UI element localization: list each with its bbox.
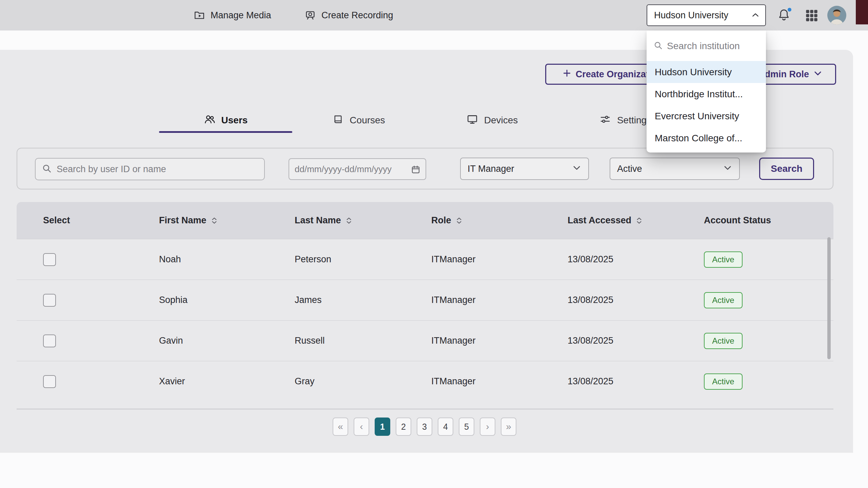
notification-dot [787,7,792,12]
user-search-input[interactable] [57,164,258,175]
chevron-down-icon [723,163,732,175]
cell-first-name: Noah [159,254,295,265]
status-select[interactable]: Active [610,158,740,180]
institution-selector-value: Hudson University [654,10,728,21]
cell-last-name: Peterson [295,254,431,265]
avatar[interactable] [827,6,846,25]
users-icon [204,114,215,127]
table-row: Noah Peterson ITManager 13/08/2025 Activ… [17,239,833,280]
tab-courses-label: Courses [350,115,385,126]
role-select[interactable]: IT Manager [460,158,589,180]
cell-last-accessed: 13/08/2025 [568,295,704,305]
tab-bar: Users Courses Devices [159,108,692,133]
last-page-button[interactable]: » [501,418,516,436]
row-checkbox[interactable] [43,253,56,266]
app-root: Manage Media Create Recording Hudson Uni… [0,0,868,488]
sort-icon[interactable] [345,216,353,225]
institution-option[interactable]: Hudson University [647,61,766,83]
status-select-value: Active [617,164,642,174]
row-checkbox[interactable] [43,294,56,307]
column-account-status: Account Status [704,215,833,226]
column-role: Role [431,215,568,226]
book-icon [333,114,343,127]
manage-media-button[interactable]: Manage Media [194,0,271,30]
pagination: « ‹ 1 2 3 4 5 › » [333,418,516,436]
cell-last-accessed: 13/08/2025 [568,376,704,387]
status-badge: Active [704,251,743,268]
institution-search-input[interactable] [667,41,752,52]
institution-selector[interactable]: Hudson University [647,4,766,26]
institution-options: Hudson University Northbridge Institut..… [647,61,766,149]
user-search-field [35,158,265,180]
page-button-5[interactable]: 5 [459,418,474,436]
calendar-icon[interactable] [411,164,421,176]
table-scrollbar[interactable] [827,237,831,359]
users-table: Select First Name Last Name Role [17,202,833,409]
sort-icon[interactable] [635,216,643,225]
page-button-1[interactable]: 1 [375,418,390,436]
status-badge: Active [704,333,743,349]
tab-devices-label: Devices [484,115,518,126]
search-icon [653,41,663,52]
create-recording-button[interactable]: Create Recording [304,0,393,30]
cell-role: ITManager [431,295,568,305]
chevron-up-icon [751,11,760,20]
status-badge: Active [704,373,743,390]
manage-media-label: Manage Media [211,10,271,21]
row-checkbox[interactable] [43,334,56,347]
sort-icon[interactable] [455,216,463,225]
institution-option[interactable]: Northbridge Institut... [647,83,766,105]
page-button-4[interactable]: 4 [438,418,453,436]
institution-dropdown: Hudson University Northbridge Institut..… [647,30,766,152]
column-last-name-label: Last Name [295,215,341,226]
apps-grid-button[interactable] [806,9,818,23]
tab-courses[interactable]: Courses [292,108,426,133]
column-first-name-label: First Name [159,215,206,226]
column-select: Select [17,215,159,226]
filter-bar: IT Manager Active Search [17,148,833,189]
cell-last-name: James [295,295,431,305]
notifications-button[interactable] [777,8,791,22]
cell-first-name: Xavier [159,376,295,387]
topbar: Manage Media Create Recording Hudson Uni… [0,0,868,30]
create-recording-label: Create Recording [321,10,393,21]
date-range-field [289,158,426,180]
cell-last-accessed: 13/08/2025 [568,336,704,346]
sliders-icon [599,114,611,127]
table-row: Gavin Russell ITManager 13/08/2025 Activ… [17,320,833,361]
cell-first-name: Gavin [159,336,295,346]
institution-option[interactable]: Evercrest University [647,105,766,127]
cell-last-accessed: 13/08/2025 [568,254,704,265]
search-button[interactable]: Search [759,158,814,180]
cell-role: ITManager [431,376,568,387]
grid-icon [806,17,818,23]
tab-users[interactable]: Users [159,108,292,133]
table-row: Xavier Gray ITManager 13/08/2025 Active [17,361,833,402]
folder-play-icon [194,9,205,21]
chevron-down-icon [813,68,823,80]
cell-role: ITManager [431,336,568,346]
institution-search-field [653,36,759,56]
tab-devices[interactable]: Devices [426,108,559,133]
corner-artifact [856,0,868,24]
tab-settings-label: Settings [617,115,651,126]
tab-users-label: Users [221,115,248,126]
monitor-icon [467,114,478,127]
bell-icon [777,17,791,23]
page-button-3[interactable]: 3 [417,418,432,436]
institution-option[interactable]: Marston College of... [647,127,766,149]
search-icon [42,163,52,175]
cell-last-name: Gray [295,376,431,387]
date-range-input[interactable] [295,164,407,175]
row-checkbox[interactable] [43,375,56,388]
column-last-accessed-label: Last Accessed [568,215,631,226]
column-last-accessed: Last Accessed [568,215,704,226]
sort-icon[interactable] [211,216,218,225]
cell-last-name: Russell [295,336,431,346]
first-page-button[interactable]: « [333,418,348,436]
prev-page-button[interactable]: ‹ [354,418,369,436]
plus-icon [562,68,572,80]
next-page-button[interactable]: › [480,418,495,436]
page-button-2[interactable]: 2 [396,418,411,436]
column-last-name: Last Name [295,215,431,226]
